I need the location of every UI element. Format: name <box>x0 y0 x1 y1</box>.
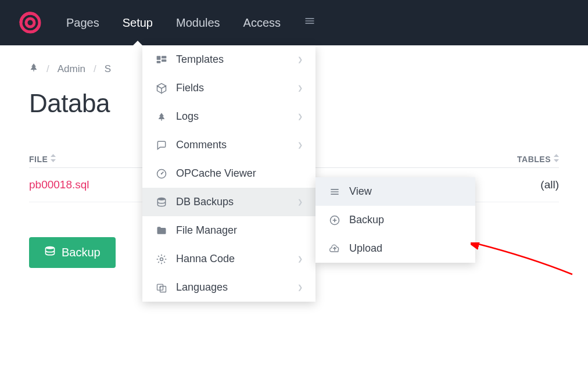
menu-languages[interactable]: A Languages ❯ <box>142 273 315 285</box>
col-tables[interactable]: TABLES <box>517 154 559 164</box>
cloud-upload-icon <box>328 243 341 255</box>
menu-label: DB Backups <box>176 196 234 208</box>
plus-circle-icon <box>328 214 341 226</box>
menu-db-backups[interactable]: DB Backups ❯ View Backup Upload <box>142 188 315 216</box>
menu-label: File Manager <box>176 224 237 237</box>
svg-rect-4 <box>157 56 161 60</box>
breadcrumb-admin[interactable]: Admin <box>58 63 85 75</box>
backup-button-label: Backup <box>62 246 101 259</box>
topbar: Pages Setup Modules Access <box>0 0 588 45</box>
templates-icon <box>155 54 168 66</box>
db-backups-submenu: View Backup Upload <box>315 177 475 263</box>
nav-pages[interactable]: Pages <box>66 0 99 45</box>
list-icon <box>328 186 341 198</box>
svg-point-3 <box>46 246 55 249</box>
chevron-right-icon: ❯ <box>297 198 303 206</box>
nav-modules[interactable]: Modules <box>176 0 220 45</box>
svg-text:A: A <box>159 285 162 285</box>
submenu-backup[interactable]: Backup <box>315 206 475 234</box>
menu-opcache[interactable]: OPCache Viewer <box>142 159 315 188</box>
breadcrumb-separator: / <box>94 63 96 75</box>
menu-logs[interactable]: Logs ❯ <box>142 102 315 131</box>
breadcrumb-separator: / <box>46 63 49 75</box>
chevron-right-icon: ❯ <box>297 56 303 63</box>
tree-icon[interactable] <box>29 63 38 75</box>
col-tables-label: TABLES <box>517 155 551 164</box>
menu-hanna-code[interactable]: Hanna Code ❯ <box>142 245 315 273</box>
menu-templates[interactable]: Templates ❯ <box>142 45 315 74</box>
chevron-right-icon: ❯ <box>297 113 303 120</box>
menu-file-manager[interactable]: File Manager <box>142 216 315 245</box>
breadcrumb-setup[interactable]: S <box>105 63 111 75</box>
svg-rect-6 <box>162 59 166 62</box>
col-file[interactable]: FILE <box>29 154 56 164</box>
tree-icon <box>155 112 168 121</box>
submenu-upload[interactable]: Upload <box>315 234 475 263</box>
submenu-view[interactable]: View <box>315 177 475 206</box>
database-icon <box>44 245 56 260</box>
svg-rect-7 <box>157 60 161 63</box>
cube-icon <box>155 83 168 94</box>
language-icon: A <box>155 282 168 286</box>
chevron-right-icon: ❯ <box>297 284 303 285</box>
chevron-right-icon: ❯ <box>297 141 303 149</box>
chevron-right-icon: ❯ <box>297 84 303 92</box>
menu-label: Templates <box>176 53 224 66</box>
logo-icon[interactable] <box>17 10 43 35</box>
menu-label: Languages <box>176 281 228 285</box>
menu-label: OPCache Viewer <box>176 167 256 180</box>
setup-dropdown: Templates ❯ Fields ❯ Logs ❯ Comments ❯ O… <box>142 45 315 285</box>
menu-label: Fields <box>176 82 204 94</box>
comments-icon <box>155 140 168 151</box>
sort-icon <box>554 154 559 164</box>
menu-label: Comments <box>176 139 227 151</box>
submenu-label: View <box>349 185 372 198</box>
submenu-label: Backup <box>349 214 384 226</box>
database-icon <box>155 196 168 208</box>
nav-setup[interactable]: Setup <box>123 0 153 45</box>
sort-icon <box>51 154 56 164</box>
menu-fields[interactable]: Fields ❯ <box>142 74 315 102</box>
menu-label: Logs <box>176 110 199 123</box>
svg-point-12 <box>160 257 163 260</box>
dashboard-icon <box>155 168 168 180</box>
submenu-label: Upload <box>349 242 382 255</box>
folder-icon <box>155 225 168 237</box>
menu-comments[interactable]: Comments ❯ <box>142 131 315 159</box>
menu-toggle-icon[interactable] <box>304 15 315 30</box>
svg-rect-5 <box>162 56 166 58</box>
svg-point-10 <box>157 197 165 200</box>
chevron-right-icon: ❯ <box>297 255 303 263</box>
gear-icon <box>155 253 168 265</box>
tables-value: (all) <box>540 178 559 191</box>
svg-point-9 <box>161 173 163 174</box>
menu-label: Hanna Code <box>176 253 235 265</box>
file-link[interactable]: pb00018.sql <box>29 178 89 191</box>
backup-button[interactable]: Backup <box>29 237 116 268</box>
col-file-label: FILE <box>29 155 48 164</box>
nav-access[interactable]: Access <box>243 0 281 45</box>
svg-point-1 <box>26 19 34 27</box>
